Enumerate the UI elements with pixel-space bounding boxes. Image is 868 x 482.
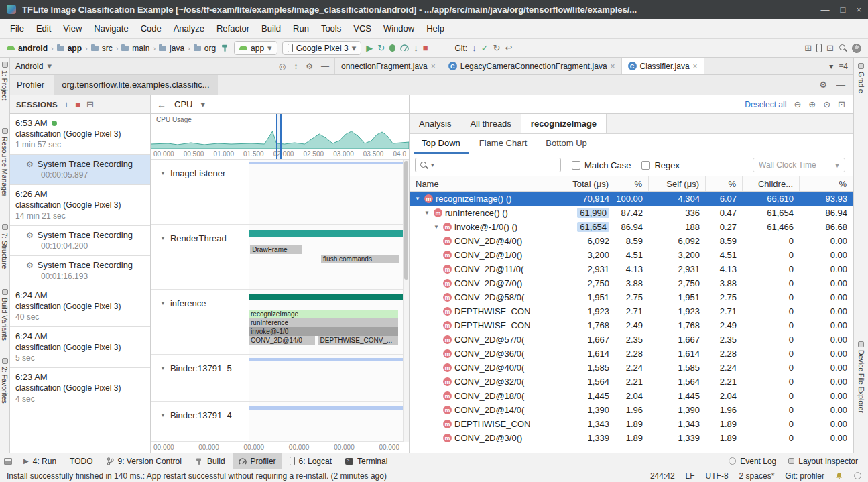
debug-button[interactable] <box>389 44 395 52</box>
tool-button-build-variants[interactable]: Build Variants <box>1 289 9 341</box>
tw-build[interactable]: Build <box>189 453 231 469</box>
calltree-search-input[interactable] <box>437 160 556 170</box>
tab-close-icon[interactable]: × <box>611 62 615 71</box>
menu-refactor[interactable]: Refactor <box>210 19 255 39</box>
thread-running-bar[interactable] <box>249 294 403 300</box>
breadcrumb-item-src[interactable]: src <box>102 44 113 53</box>
match-case-checkbox[interactable]: Match Case <box>572 160 631 170</box>
session-item[interactable]: ⚙ System Trace Recording 00:01:16.193 <box>10 255 150 286</box>
locate-file-button[interactable]: ◎ <box>279 62 286 71</box>
git-commit-button[interactable]: ✓ <box>481 43 489 53</box>
tw-todo[interactable]: TODO <box>64 453 99 469</box>
calltree-row[interactable]: ▼ m runInference() () 61,990 87.42 336 0… <box>410 206 853 220</box>
tw-logcat[interactable]: 6: Logcat <box>284 453 338 469</box>
menu-navigate[interactable]: Navigate <box>88 19 134 39</box>
tool-button-project[interactable]: 1: Project <box>1 62 9 100</box>
thread-state-bar[interactable] <box>249 406 403 410</box>
calltree-row[interactable]: m CONV_2D@3/0() 1,339 1.89 1,339 1.89 0 … <box>410 431 853 445</box>
menu-window[interactable]: Window <box>377 19 420 39</box>
thread-state-bar[interactable] <box>249 358 403 361</box>
session-item[interactable]: 6:24 AM classification (Google Pixel 3) … <box>10 286 150 326</box>
calltree-row[interactable]: ▼ m recognizeImage() () 70,914 100.00 4,… <box>410 192 853 206</box>
search-box[interactable]: ▾ <box>415 158 561 172</box>
editor-tab-selected[interactable]: C Classifier.java × <box>622 58 704 74</box>
search-everywhere-button[interactable] <box>839 44 847 52</box>
git-update-button[interactable]: ↓ <box>472 43 477 53</box>
tab-close-icon[interactable]: × <box>693 62 698 71</box>
column-header-total[interactable]: Total (μs) <box>560 176 615 191</box>
add-session-button[interactable]: + <box>64 99 69 110</box>
tool-button-device-file-explorer[interactable]: Device File Explorer <box>857 341 865 413</box>
calltree-row[interactable]: m CONV_2D@14/0( 1,390 1.96 1,390 1.96 0 … <box>410 403 853 417</box>
calltree-row[interactable]: m CONV_2D@36/0( 1,614 2.28 1,614 2.28 0 … <box>410 347 853 361</box>
thread-row-binder4[interactable]: ▼Binder:13791_4 <box>151 402 409 442</box>
breadcrumb-item-android[interactable]: android <box>18 44 48 53</box>
git-branch-widget[interactable]: Git: profiler <box>785 471 824 481</box>
tool-button-structure[interactable]: 7: Structure <box>1 224 9 269</box>
session-item[interactable]: 6:23 AM classification (Google Pixel 3) … <box>10 367 150 408</box>
apply-changes-button[interactable]: ↻ <box>377 43 385 53</box>
thread-collapse-icon[interactable]: ▼ <box>160 363 166 371</box>
thread-collapse-icon[interactable]: ▼ <box>160 298 166 306</box>
calltree-row[interactable]: m CONV_2D@4/0() 6,092 8.59 6,092 8.59 0 … <box>410 234 853 248</box>
tab-analysis[interactable]: Analysis <box>410 114 460 133</box>
hide-project-button[interactable]: — <box>321 62 329 71</box>
status-message[interactable]: Install successfully finished in 140 ms.… <box>7 471 387 481</box>
stop-button[interactable]: ■ <box>423 43 428 53</box>
zoom-to-selection-button[interactable]: ⊡ <box>838 99 845 109</box>
expand-arrow-icon[interactable]: ▼ <box>424 210 431 216</box>
editor-tab[interactable]: C LegacyCameraConnectionFragment.java × <box>442 58 622 74</box>
calltree-row[interactable]: m DEPTHWISE_CON 1,768 2.49 1,768 2.49 0 … <box>410 318 853 333</box>
zoom-in-button[interactable]: ⊕ <box>808 99 816 109</box>
maximize-button[interactable]: □ <box>841 5 846 15</box>
back-button[interactable]: ← <box>157 99 166 110</box>
expand-arrow-icon[interactable]: ▼ <box>434 224 440 230</box>
calltree-row[interactable]: m CONV_2D@7/0() 2,750 3.88 2,750 3.88 0 … <box>410 276 853 290</box>
attach-debugger-button[interactable]: ↓ <box>414 43 418 53</box>
profile-button[interactable] <box>400 44 409 52</box>
thread-row-renderthread[interactable]: ▼RenderThread DrawFrame flush commands <box>151 225 409 290</box>
tool-button-favorites[interactable]: 2: Favorites <box>1 358 9 404</box>
tw-terminal[interactable]: Terminal <box>339 453 393 469</box>
line-separator[interactable]: LF <box>686 471 695 481</box>
menu-build[interactable]: Build <box>255 19 287 39</box>
run-button[interactable]: ▶ <box>366 43 373 53</box>
session-item[interactable]: ⚙ System Trace Recording 00:00:05.897 <box>10 154 150 184</box>
breadcrumb-item-java[interactable]: java <box>170 44 184 53</box>
build-hammer-icon[interactable] <box>221 44 229 52</box>
git-history-button[interactable]: ↻ <box>493 43 501 53</box>
profile-avatar-icon[interactable] <box>852 44 861 53</box>
trace-bar[interactable]: DEPTHWISE_CONV_... <box>318 336 399 345</box>
device-select[interactable]: Google Pixel 3 ▾ <box>282 41 362 55</box>
sdk-manager-button[interactable]: ⊡ <box>826 43 834 53</box>
subtab-flame-chart[interactable]: Flame Chart <box>471 134 536 154</box>
calltree-row[interactable]: ▼ m invoke@-1/0() () 61,654 86.94 188 0.… <box>410 220 853 234</box>
git-rollback-button[interactable]: ↩ <box>505 43 512 53</box>
expand-collapse-button[interactable]: ↕ <box>294 62 298 71</box>
run-config-select[interactable]: app ▾ <box>234 41 277 55</box>
column-header-self-pct[interactable]: % <box>706 176 743 191</box>
tw-profiler[interactable]: Profiler <box>233 453 282 469</box>
trace-bar-recognizeimage[interactable]: recognizeImage <box>249 310 398 318</box>
editor-tab[interactable]: onnectionFragment.java × <box>335 58 442 74</box>
menu-run[interactable]: Run <box>287 19 315 39</box>
session-item[interactable]: 6:26 AM classification (Google Pixel 3) … <box>10 184 150 225</box>
calltree-row[interactable]: m CONV_2D@32/0( 1,564 2.21 1,564 2.21 0 … <box>410 375 853 389</box>
tw-event-log[interactable]: Event Log <box>723 453 782 469</box>
menu-view[interactable]: View <box>57 19 88 39</box>
tool-button-resource-manager[interactable]: Resource Manager <box>1 128 9 196</box>
thread-row-imagelistener[interactable]: ▼ImageListener <box>151 160 409 225</box>
menu-tools[interactable]: Tools <box>315 19 347 39</box>
selection-range[interactable] <box>276 114 282 159</box>
menu-help[interactable]: Help <box>420 19 450 39</box>
menu-code[interactable]: Code <box>135 19 168 39</box>
calltree-row[interactable]: m CONV_2D@18/0( 1,445 2.04 1,445 2.04 0 … <box>410 389 853 403</box>
deselect-all-link[interactable]: Deselect all <box>745 100 786 109</box>
profiler-session-tab[interactable]: org.tensorflow.lite.examples.classific..… <box>54 75 217 95</box>
tab-all-threads[interactable]: All threads <box>460 114 520 133</box>
thread-collapse-icon[interactable]: ▼ <box>160 410 166 418</box>
collapse-sessions-button[interactable]: ⊟ <box>86 99 94 109</box>
trace-bar[interactable]: invoke@-1/0 <box>249 327 398 336</box>
column-header-children[interactable]: Childre... <box>743 176 800 191</box>
calltree-row[interactable]: m DEPTHWISE_CON 1,343 1.89 1,343 1.89 0 … <box>410 417 853 431</box>
